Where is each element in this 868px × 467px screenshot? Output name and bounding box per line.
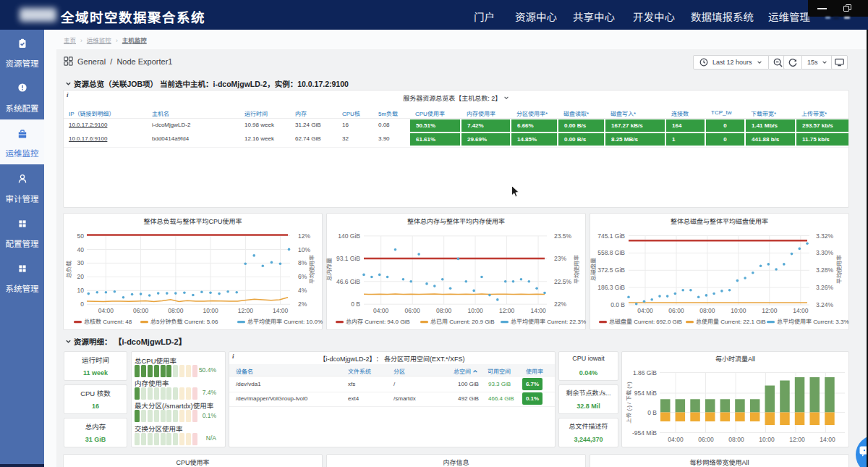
svg-text:总内存 Current: 94.0 GiB: 总内存 Current: 94.0 GiB xyxy=(346,319,409,325)
svg-text:总负载: 总负载 xyxy=(66,261,72,278)
svg-text:10: 10 xyxy=(77,287,85,294)
svg-text:08:00: 08:00 xyxy=(168,307,184,314)
svg-text:12:00: 12:00 xyxy=(789,436,805,443)
svg-text:06:00: 06:00 xyxy=(133,307,149,314)
svg-text:总核数 Current: 48: 总核数 Current: 48 xyxy=(84,319,132,325)
svg-text:14:00: 14:00 xyxy=(273,307,289,314)
svg-text:08:00: 08:00 xyxy=(699,307,715,314)
svg-text:06:00: 06:00 xyxy=(698,436,714,443)
svg-text:08:00: 08:00 xyxy=(436,307,452,314)
svg-text:平均使用率: 平均使用率 xyxy=(574,255,580,284)
svg-text:3.24%: 3.24% xyxy=(816,301,834,308)
svg-text:04:00: 04:00 xyxy=(373,307,389,314)
svg-text:总平均使用率 Current: 10.0%: 总平均使用率 Current: 10.0% xyxy=(247,319,323,325)
svg-text:10:00: 10:00 xyxy=(759,436,775,443)
svg-text:04:00: 04:00 xyxy=(98,307,114,314)
svg-text:0: 0 xyxy=(80,300,84,308)
svg-text:0.0 B: 0.0 B xyxy=(610,301,625,308)
svg-text:745.1 GiB: 745.1 GiB xyxy=(597,232,625,240)
svg-text:12%: 12% xyxy=(298,232,310,240)
svg-text:6%: 6% xyxy=(298,273,307,280)
svg-text:06:00: 06:00 xyxy=(405,307,421,314)
svg-text:06:00: 06:00 xyxy=(668,307,684,314)
svg-text:总平均使用率 Current: 22.3%: 总平均使用率 Current: 22.3% xyxy=(511,319,586,325)
svg-text:总已用 Current: 20.9 GiB: 总已用 Current: 20.9 GiB xyxy=(430,319,494,325)
svg-text:46.6 GiB: 46.6 GiB xyxy=(336,278,360,285)
svg-text:3.28%: 3.28% xyxy=(816,266,834,274)
svg-text:558.8 GiB: 558.8 GiB xyxy=(597,249,625,256)
svg-text:3.26%: 3.26% xyxy=(816,284,834,291)
svg-text:0 B: 0 B xyxy=(351,300,360,308)
svg-text:上传 (-) / 下载 (+): 上传 (-) / 下载 (+) xyxy=(626,382,632,424)
svg-text:1.86 GiB: 1.86 GiB xyxy=(633,369,657,376)
svg-text:954 MiB: 954 MiB xyxy=(634,390,658,397)
svg-text:2%: 2% xyxy=(298,300,307,308)
svg-text:总磁盘量: 总磁盘量 xyxy=(590,258,597,281)
svg-text:40: 40 xyxy=(77,246,85,253)
svg-text:20: 20 xyxy=(77,273,85,280)
svg-text:10:00: 10:00 xyxy=(203,307,218,314)
svg-text:23%: 23% xyxy=(554,255,566,262)
svg-text:14:00: 14:00 xyxy=(530,307,546,314)
svg-text:14:00: 14:00 xyxy=(820,436,835,443)
svg-text:22%: 22% xyxy=(554,300,566,308)
svg-text:0 B: 0 B xyxy=(647,409,657,416)
svg-text:93.1 GiB: 93.1 GiB xyxy=(336,255,360,262)
svg-text:总磁盘量 Current: 692.0 GiB: 总磁盘量 Current: 692.0 GiB xyxy=(609,319,682,325)
svg-text:10%: 10% xyxy=(298,246,310,253)
svg-text:10:00: 10:00 xyxy=(467,307,483,314)
svg-text:372.5 GiB: 372.5 GiB xyxy=(597,266,625,274)
svg-text:-954 MiB: -954 MiB xyxy=(632,429,657,437)
svg-text:08:00: 08:00 xyxy=(728,436,744,443)
svg-text:平均使用率: 平均使用率 xyxy=(309,255,315,284)
svg-text:23.5%: 23.5% xyxy=(554,232,572,240)
svg-text:22.5%: 22.5% xyxy=(554,278,572,285)
svg-text:30: 30 xyxy=(77,259,85,266)
svg-text:140 GiB: 140 GiB xyxy=(338,232,360,240)
svg-text:10:00: 10:00 xyxy=(731,307,746,314)
svg-text:04:00: 04:00 xyxy=(637,307,653,314)
svg-text:总平均使用率 Current: 3.3%: 总平均使用率 Current: 3.3% xyxy=(777,319,849,325)
svg-text:总5分钟负载 Current: 5.06: 总5分钟负载 Current: 5.06 xyxy=(150,319,218,325)
svg-text:14:00: 14:00 xyxy=(793,307,809,314)
svg-text:总内存量: 总内存量 xyxy=(326,258,333,281)
svg-text:50: 50 xyxy=(77,232,85,240)
svg-text:12:00: 12:00 xyxy=(499,307,515,314)
svg-text:3.32%: 3.32% xyxy=(816,232,834,240)
svg-text:186.3 GiB: 186.3 GiB xyxy=(597,284,625,291)
svg-text:04:00: 04:00 xyxy=(668,436,684,443)
svg-text:8%: 8% xyxy=(298,259,307,266)
svg-text:12:00: 12:00 xyxy=(762,307,778,314)
svg-text:总使用量 Current: 22.1 GiB: 总使用量 Current: 22.1 GiB xyxy=(696,319,765,325)
svg-text:12:00: 12:00 xyxy=(238,307,254,314)
svg-text:平均使用率: 平均使用率 xyxy=(836,255,843,284)
svg-text:3.30%: 3.30% xyxy=(816,249,834,256)
svg-text:4%: 4% xyxy=(298,287,307,294)
